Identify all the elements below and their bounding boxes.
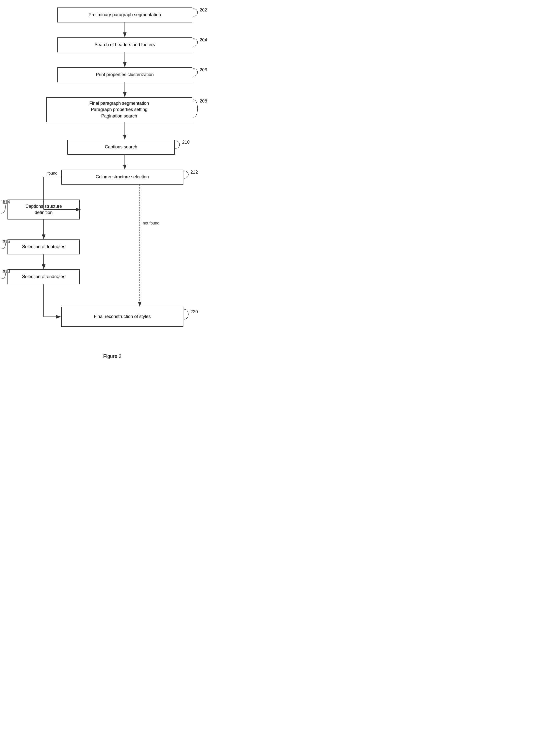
box-captions-search: Captions search xyxy=(67,140,175,155)
ref-212: 212 xyxy=(190,170,198,175)
box-search-headers-footers: Search of headers and footers xyxy=(57,37,192,52)
ref-206: 206 xyxy=(200,67,207,73)
ref-208: 208 xyxy=(200,99,207,104)
diagram-container: Preliminary paragraph segmentation 202 S… xyxy=(0,0,269,369)
ref-218: 218 xyxy=(3,269,10,274)
ref-216: 216 xyxy=(3,239,10,244)
box-column-structure-selection: Column structure selection xyxy=(61,170,184,184)
svg-text:found: found xyxy=(47,171,57,176)
ref-220: 220 xyxy=(190,309,198,315)
ref-214: 214 xyxy=(3,200,10,205)
figure-caption: Figure 2 xyxy=(0,353,225,367)
box-preliminary-paragraph-segmentation: Preliminary paragraph segmentation xyxy=(57,8,192,23)
ref-204: 204 xyxy=(200,37,207,43)
box-final-reconstruction-styles: Final reconstruction of styles xyxy=(61,307,184,327)
box-final-paragraph-segmentation: Final paragraph segmentation Paragraph p… xyxy=(46,97,192,122)
box-selection-footnotes: Selection of footnotes xyxy=(8,239,80,254)
ref-202: 202 xyxy=(200,8,207,13)
ref-210: 210 xyxy=(182,140,189,145)
box-print-properties-clusterization: Print properties clusterization xyxy=(57,67,192,82)
box-captions-structure-definition: Captions structure definition xyxy=(8,200,80,220)
svg-text:not found: not found xyxy=(143,221,159,225)
box-selection-endnotes: Selection of endnotes xyxy=(8,269,80,284)
